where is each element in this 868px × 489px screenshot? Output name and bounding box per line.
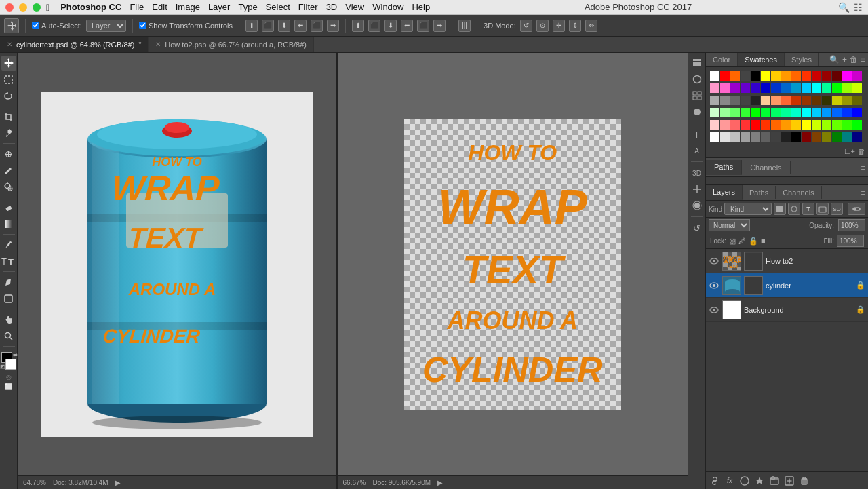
swatch[interactable] — [720, 120, 730, 130]
menu-file[interactable]: File — [130, 2, 144, 12]
menu-filter[interactable]: Filter — [298, 2, 318, 12]
swatch[interactable] — [751, 132, 760, 142]
layer-link-icon[interactable] — [709, 475, 721, 487]
align-col-btn[interactable]: ||| — [458, 20, 471, 32]
swatch[interactable] — [720, 71, 730, 81]
layer-eye-cylinder[interactable] — [709, 280, 719, 291]
swatch-create-icon[interactable]: ☐+ — [844, 147, 855, 156]
tab-color[interactable]: Color — [706, 53, 738, 66]
swatch[interactable] — [751, 120, 760, 130]
tab-channels[interactable]: Channels — [742, 161, 790, 174]
menu-window[interactable]: Window — [372, 2, 403, 12]
layers-panel-icon[interactable] — [690, 56, 705, 71]
screen-mode-icon[interactable]: ⬜ — [5, 383, 12, 390]
swatch[interactable] — [842, 96, 852, 105]
window-minimize[interactable] — [19, 3, 27, 12]
swatch[interactable] — [710, 120, 719, 130]
align-hcenter-btn[interactable]: ⬛ — [311, 20, 323, 32]
window-maximize[interactable] — [33, 3, 41, 12]
background-color[interactable] — [5, 359, 16, 370]
brush-tool[interactable] — [1, 163, 16, 178]
distribute-bottom-btn[interactable]: ⬇ — [384, 20, 397, 32]
align-top-btn[interactable]: ⬆ — [245, 20, 258, 32]
history-icon[interactable]: ↺ — [690, 220, 705, 235]
type-icon[interactable]: A — [690, 143, 705, 158]
swatch[interactable] — [730, 71, 740, 81]
swatch[interactable] — [822, 96, 831, 105]
menu-view[interactable]: View — [345, 2, 364, 12]
swatch[interactable] — [802, 120, 811, 130]
show-transform-checkbox[interactable] — [139, 22, 146, 29]
swatch[interactable] — [842, 108, 852, 117]
move-tool-option[interactable] — [4, 18, 19, 33]
distribute-vcenter-btn[interactable]: ⬛ — [368, 20, 380, 32]
fill-input[interactable] — [837, 235, 864, 247]
3d-pan-btn[interactable]: ✛ — [553, 20, 565, 32]
gradient-tool[interactable] — [1, 216, 16, 231]
pen-tool[interactable] — [1, 237, 16, 252]
filter-type-select[interactable]: Kind Name Effect Mode Attribute Color Sm… — [724, 203, 772, 215]
swatch[interactable] — [852, 108, 862, 117]
swatch[interactable] — [852, 132, 862, 142]
swatch[interactable] — [802, 132, 811, 142]
swatch[interactable] — [822, 120, 831, 130]
swatch[interactable] — [761, 108, 770, 117]
distribute-top-btn[interactable]: ⬆ — [352, 20, 364, 32]
swatch[interactable] — [771, 108, 781, 117]
adjustments-icon[interactable] — [690, 72, 705, 87]
layer-row-background[interactable]: Background 🔒 — [706, 298, 868, 322]
align-left-btn[interactable]: ⬅ — [294, 20, 307, 32]
swatch[interactable] — [741, 96, 750, 105]
swatches-search-icon[interactable]: 🔍 — [829, 55, 840, 64]
menu-edit[interactable]: Edit — [152, 2, 167, 12]
tab-1[interactable]: ✕ How to2.psb @ 66.7% (around a, RGB/8#) — [149, 37, 314, 52]
healing-brush-tool[interactable] — [1, 146, 16, 161]
swatch[interactable] — [832, 71, 842, 81]
layer-adjustment-icon[interactable] — [753, 475, 766, 487]
lock-artboard-icon[interactable]: ■ — [761, 237, 766, 245]
3d-slide-btn[interactable]: ⇕ — [569, 20, 581, 32]
swatch[interactable] — [771, 83, 781, 93]
swatches-delete-icon[interactable]: 🗑 — [850, 55, 858, 64]
layers-panel-menu-icon[interactable]: ≡ — [861, 188, 868, 197]
text-tool[interactable]: T T — [1, 254, 16, 269]
swatch[interactable] — [751, 96, 760, 105]
tab-layers[interactable]: Layers — [706, 185, 743, 200]
swatch[interactable] — [730, 83, 740, 93]
swatch[interactable] — [741, 108, 750, 117]
blend-mode-select[interactable]: Normal Multiply Screen Overlay — [709, 219, 750, 231]
filter-adjust-icon[interactable] — [788, 203, 800, 215]
swatch[interactable] — [812, 83, 821, 93]
swatch[interactable] — [791, 71, 801, 81]
layout-icon[interactable]: ☷ — [854, 2, 863, 13]
swatch[interactable] — [730, 96, 740, 105]
layer-mask-icon[interactable] — [738, 475, 751, 487]
swatch[interactable] — [812, 96, 821, 105]
align-vcenter-btn[interactable]: ⬛ — [262, 20, 274, 32]
layer-delete-icon[interactable] — [798, 475, 810, 487]
filter-smart-icon[interactable]: SO — [831, 203, 843, 215]
tab-styles[interactable]: Styles — [785, 53, 819, 66]
layer-row-cylinder[interactable]: cylinder 🔒 — [706, 273, 868, 298]
3d-rotate-btn[interactable]: ↺ — [520, 20, 532, 32]
swatch[interactable] — [761, 71, 770, 81]
layer-eye-background[interactable] — [709, 305, 719, 315]
swatch[interactable] — [771, 120, 781, 130]
swatch[interactable] — [822, 132, 831, 142]
canvas-content-right[interactable]: HOW TO WRAP TEXT AROUND A CYLINDER — [338, 53, 688, 475]
swatch[interactable] — [802, 83, 811, 93]
tab-0[interactable]: ✕ cylindertext.psd @ 64.8% (RGB/8#) * — [0, 37, 149, 52]
swatch[interactable] — [791, 83, 801, 93]
canvas-content-left[interactable]: HOW TO WRAP TEXT AROUND A CYLINDER — [18, 53, 336, 475]
layer-row-howto2[interactable]: HOW TO WRAP TEXT How to2 — [706, 249, 868, 273]
swatch[interactable] — [791, 132, 801, 142]
swatch[interactable] — [832, 132, 842, 142]
swatch[interactable] — [832, 83, 842, 93]
swatch[interactable] — [812, 120, 821, 130]
swatch[interactable] — [710, 132, 719, 142]
swatch[interactable] — [781, 71, 791, 81]
filter-shape-icon[interactable] — [816, 203, 829, 215]
swatch[interactable] — [710, 71, 719, 81]
swatch[interactable] — [842, 120, 852, 130]
layer-group-icon[interactable] — [768, 475, 781, 487]
